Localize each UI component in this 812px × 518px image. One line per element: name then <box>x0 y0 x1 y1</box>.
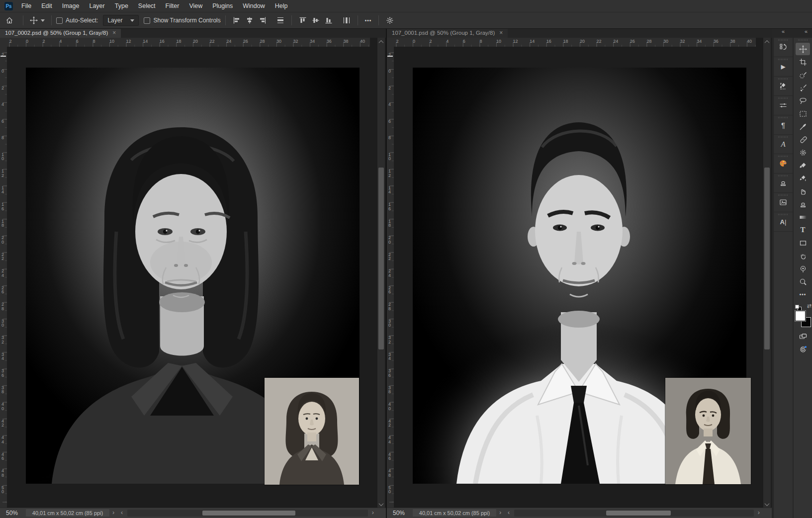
scrollbar-thumb[interactable] <box>606 511 671 516</box>
more-tools[interactable]: ••• <box>796 288 810 301</box>
smudge-tool[interactable] <box>796 185 810 197</box>
clone-source-panel[interactable] <box>774 173 793 193</box>
zoom-tool[interactable] <box>796 275 810 288</box>
show-transform-controls-checkbox[interactable]: Show Transform Controls <box>144 17 220 24</box>
document-tab-2[interactable]: 107_0001.psd @ 50% (Group 1, Gray/8) × <box>387 28 508 38</box>
eyedropper-tool[interactable] <box>796 120 810 133</box>
collapse-toolbar-icon[interactable]: « <box>805 28 807 34</box>
remove-tool[interactable] <box>796 146 810 159</box>
document-tab-1[interactable]: 107_0002.psd @ 50% (Group 1, Gray/8) × <box>0 28 121 38</box>
lasso-tool[interactable] <box>796 94 810 107</box>
scroll-right-icon[interactable]: › <box>372 509 374 517</box>
collapse-panels-icon[interactable]: « <box>782 28 784 34</box>
horizontal-ruler[interactable]: 20246810121416182022242628303234363840 <box>7 38 370 47</box>
canvas-viewport-2[interactable] <box>394 47 756 508</box>
crop-tool[interactable] <box>796 56 810 68</box>
horizontal-scrollbar[interactable] <box>514 510 754 517</box>
glyphs-panel[interactable]: A <box>774 135 793 154</box>
scroll-left-icon[interactable]: ‹ <box>121 509 123 517</box>
rotate-view-tool[interactable] <box>796 262 810 275</box>
zoom-level-field[interactable]: 50% <box>393 510 405 517</box>
document-size-info[interactable]: 40,01 cm x 50,02 cm (85 ppi) <box>413 509 496 517</box>
menu-file[interactable]: File <box>16 0 36 12</box>
align-bottom-edges-icon[interactable] <box>322 16 335 24</box>
menu-plugins[interactable]: Plugins <box>207 0 238 12</box>
scrollbar-thumb[interactable] <box>378 168 384 349</box>
scroll-down-icon[interactable] <box>377 501 385 508</box>
selection-brush-tool[interactable] <box>796 69 810 81</box>
vertical-ruler[interactable]: 2024681 01 21 41 61 82 02 22 42 62 83 03… <box>0 47 7 508</box>
workspace-settings-gear-icon[interactable] <box>383 16 396 24</box>
gradient-tool[interactable] <box>796 211 810 223</box>
auto-select-checkbox[interactable]: Auto-Select: <box>56 17 98 24</box>
scrollbar-thumb[interactable] <box>764 168 770 349</box>
menu-type[interactable]: Type <box>110 0 133 12</box>
brush-tool[interactable] <box>796 159 810 172</box>
status-options-icon[interactable]: › <box>499 509 501 517</box>
brush-settings-panel[interactable] <box>774 77 793 96</box>
color-palette-panel[interactable] <box>774 154 793 173</box>
toolbar-grip[interactable] <box>798 39 808 41</box>
hand-tool[interactable] <box>796 250 810 262</box>
brushes-panel[interactable] <box>774 96 793 115</box>
current-tool-icon[interactable] <box>28 16 47 24</box>
scroll-up-icon[interactable] <box>763 38 771 45</box>
menu-layer[interactable]: Layer <box>84 0 109 12</box>
distribute-horizontal-centers-icon[interactable] <box>274 16 287 24</box>
vertical-ruler[interactable]: 2024681 01 21 41 61 82 02 22 42 62 83 03… <box>387 47 394 508</box>
type-tool[interactable]: T <box>796 224 810 236</box>
screen-mode-button[interactable] <box>796 330 810 343</box>
vertical-scrollbar[interactable] <box>377 38 385 508</box>
foreground-color-swatch[interactable] <box>795 311 806 321</box>
checkbox-icon[interactable] <box>56 17 63 24</box>
menu-view[interactable]: View <box>184 0 207 12</box>
paragraph-panel[interactable]: ¶ <box>774 115 793 135</box>
close-icon[interactable]: × <box>112 30 116 36</box>
libraries-panel[interactable] <box>774 193 793 212</box>
remove-brush-tool[interactable] <box>796 82 810 94</box>
menu-edit[interactable]: Edit <box>36 0 57 12</box>
actions-panel[interactable]: ▶ <box>774 57 793 77</box>
auto-select-target-dropdown[interactable]: Layer <box>103 15 139 26</box>
horizontal-scrollbar[interactable] <box>127 510 368 517</box>
canvas-viewport-1[interactable] <box>7 47 370 508</box>
status-options-icon[interactable]: › <box>112 509 114 517</box>
document-size-info[interactable]: 40,01 cm x 50,02 cm (85 ppi) <box>26 509 109 517</box>
rectangular-marquee-tool[interactable] <box>796 107 810 120</box>
beta-app-button[interactable] <box>796 343 810 355</box>
horizontal-ruler[interactable]: 20246810121416182022242628303234363840 <box>394 38 756 47</box>
ruler-corner[interactable] <box>387 38 394 47</box>
close-icon[interactable]: × <box>499 30 503 36</box>
menu-select[interactable]: Select <box>133 0 161 12</box>
pane-divider[interactable] <box>386 28 387 518</box>
vertical-scrollbar[interactable] <box>763 38 771 508</box>
distribute-vertical-centers-icon[interactable] <box>340 16 353 24</box>
checkbox-icon[interactable] <box>144 17 150 24</box>
zoom-level-field[interactable]: 50% <box>6 510 18 517</box>
history-panel[interactable] <box>774 38 793 57</box>
home-icon[interactable] <box>0 16 18 24</box>
menu-filter[interactable]: Filter <box>161 0 184 12</box>
scrollbar-thumb[interactable] <box>202 511 295 516</box>
swap-colors-icon[interactable]: ⇄ <box>807 303 812 309</box>
character-panel[interactable]: A| <box>774 212 793 232</box>
scroll-up-icon[interactable] <box>377 38 385 45</box>
scroll-down-icon[interactable] <box>763 501 771 508</box>
more-align-options-icon[interactable]: ••• <box>362 18 374 23</box>
spot-healing-brush-tool[interactable] <box>796 133 810 146</box>
menu-help[interactable]: Help <box>270 0 293 12</box>
align-left-edges-icon[interactable] <box>230 16 243 24</box>
align-vertical-centers-icon[interactable] <box>309 16 322 24</box>
scroll-right-icon[interactable]: › <box>758 509 760 517</box>
rectangle-tool[interactable] <box>796 237 810 249</box>
clone-stamp-tool[interactable] <box>796 198 810 210</box>
ruler-corner[interactable] <box>0 38 7 47</box>
menu-window[interactable]: Window <box>238 0 270 12</box>
move-tool[interactable] <box>796 43 810 55</box>
align-horizontal-centers-icon[interactable] <box>243 16 256 24</box>
default-colors-icon[interactable] <box>795 305 799 309</box>
align-top-edges-icon[interactable] <box>296 16 309 24</box>
align-right-edges-icon[interactable] <box>256 16 269 24</box>
scroll-left-icon[interactable]: ‹ <box>508 509 510 517</box>
mixer-brush-tool[interactable] <box>796 172 810 184</box>
